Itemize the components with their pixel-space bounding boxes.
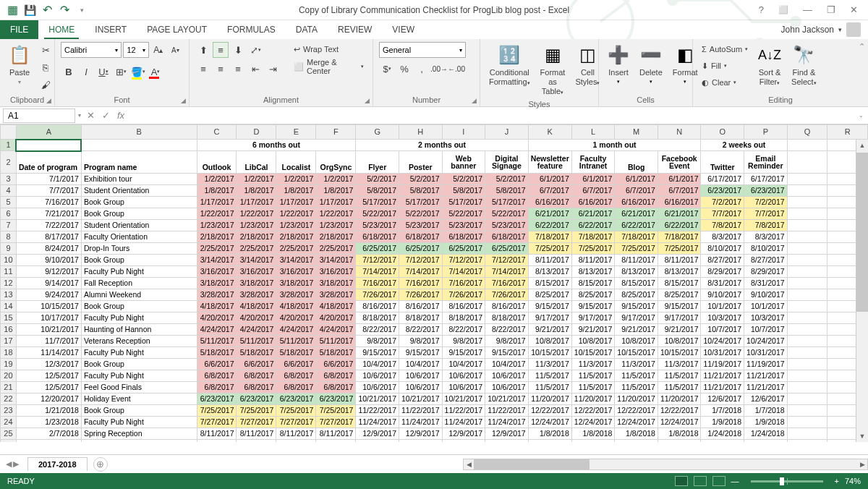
row-header-3[interactable]: 3	[1, 174, 17, 185]
scroll-up-button[interactable]: ▲	[856, 140, 868, 151]
tab-formulas[interactable]: FORMULAS	[217, 20, 286, 39]
clear-button[interactable]: ◐Clear▾	[699, 75, 751, 90]
row-header-11[interactable]: 11	[1, 266, 17, 278]
font-name-combo[interactable]: Calibri▾	[61, 42, 122, 58]
percent-button[interactable]: %	[396, 61, 412, 77]
tab-page-layout[interactable]: PAGE LAYOUT	[137, 20, 217, 39]
insert-cells-button[interactable]: ➕Insert▾	[605, 42, 632, 86]
col-header-H[interactable]: H	[399, 125, 443, 140]
align-right-button[interactable]: ≡	[230, 61, 246, 77]
tab-home[interactable]: HOME	[38, 20, 85, 39]
add-sheet-button[interactable]: ⊕	[93, 457, 108, 472]
row-header-21[interactable]: 21	[1, 382, 17, 394]
horizontal-scrollbar[interactable]: ◀ ▶	[463, 459, 868, 470]
sheet-tab[interactable]: 2017-2018	[27, 457, 88, 471]
align-middle-button[interactable]: ≡	[213, 42, 229, 58]
decrease-decimal-button[interactable]: ←.00	[448, 61, 464, 77]
hscroll-thumb[interactable]	[474, 459, 590, 469]
row-header-26[interactable]: 26	[1, 440, 17, 443]
save-button[interactable]: 💾	[22, 2, 38, 18]
name-box[interactable]: A1	[3, 109, 75, 123]
help-button[interactable]: ?	[754, 4, 768, 15]
enter-formula-button[interactable]: ✓	[102, 110, 110, 121]
comma-button[interactable]: ,	[414, 61, 430, 77]
page-layout-view-button[interactable]	[694, 476, 707, 486]
row-header-22[interactable]: 22	[1, 394, 17, 405]
scroll-down-button[interactable]: ▼	[856, 430, 868, 442]
col-header-R[interactable]: R	[827, 125, 868, 140]
row-header-13[interactable]: 13	[1, 289, 17, 301]
expand-formula-bar[interactable]: ⌄	[859, 112, 868, 119]
fx-button[interactable]: fx	[117, 110, 124, 121]
increase-indent-button[interactable]: ⇥	[265, 61, 281, 77]
zoom-out-button[interactable]: —	[731, 477, 739, 485]
col-header-P[interactable]: P	[744, 125, 788, 140]
delete-cells-button[interactable]: ➖Delete▾	[637, 42, 665, 86]
col-header-D[interactable]: D	[237, 125, 276, 140]
sheet-nav-next[interactable]: ▶	[13, 459, 19, 469]
decrease-font-button[interactable]: A▾	[167, 42, 183, 58]
increase-font-button[interactable]: A▴	[150, 42, 166, 58]
tab-file[interactable]: FILE	[0, 20, 38, 39]
row-header-23[interactable]: 23	[1, 405, 17, 417]
tab-insert[interactable]: INSERT	[85, 20, 137, 39]
undo-button[interactable]: ↶	[39, 2, 55, 18]
sheet-nav-prev[interactable]: ◀	[6, 459, 12, 469]
fill-color-button[interactable]: 🪣▾	[130, 64, 146, 80]
zoom-slider[interactable]	[751, 480, 823, 482]
col-header-E[interactable]: E	[276, 125, 316, 140]
row-header-18[interactable]: 18	[1, 347, 17, 359]
row-header-5[interactable]: 5	[1, 197, 17, 208]
number-format-combo[interactable]: General▾	[379, 42, 466, 58]
redo-button[interactable]: ↷	[56, 2, 72, 18]
row-header-12[interactable]: 12	[1, 278, 17, 289]
col-header-B[interactable]: B	[81, 125, 197, 140]
col-header-J[interactable]: J	[485, 125, 529, 140]
row-header-10[interactable]: 10	[1, 255, 17, 266]
tab-review[interactable]: REVIEW	[328, 20, 382, 39]
row-header-2[interactable]: 2	[1, 151, 17, 174]
tab-data[interactable]: DATA	[286, 20, 328, 39]
bold-button[interactable]: B	[61, 64, 77, 80]
align-center-button[interactable]: ≡	[213, 61, 229, 77]
tab-view[interactable]: VIEW	[382, 20, 425, 39]
col-header-F[interactable]: F	[316, 125, 356, 140]
decrease-indent-button[interactable]: ⇤	[247, 61, 263, 77]
close-button[interactable]: ✕	[846, 4, 862, 15]
underline-button[interactable]: U▾	[95, 64, 111, 80]
col-header-M[interactable]: M	[615, 125, 658, 140]
font-launcher[interactable]: ◢	[181, 97, 186, 104]
row-header-9[interactable]: 9	[1, 243, 17, 255]
increase-decimal-button[interactable]: .00→	[431, 61, 447, 77]
scroll-left-button[interactable]: ◀	[464, 459, 474, 469]
find-select-button[interactable]: 🔭Find &Select▾	[788, 42, 820, 88]
orientation-button[interactable]: ⤢▾	[247, 42, 263, 58]
vertical-scrollbar[interactable]: ▲ ▼	[856, 140, 868, 442]
select-all-cell[interactable]	[1, 125, 17, 140]
autosum-button[interactable]: ΣAutoSum▾	[699, 42, 751, 56]
row-header-17[interactable]: 17	[1, 336, 17, 347]
accounting-button[interactable]: $▾	[379, 61, 395, 77]
font-size-combo[interactable]: 12▾	[123, 42, 148, 58]
normal-view-button[interactable]	[675, 476, 688, 486]
col-header-A[interactable]: A	[16, 125, 81, 140]
copy-button[interactable]: ⎘	[38, 59, 54, 75]
col-header-Q[interactable]: Q	[787, 125, 827, 140]
row-header-16[interactable]: 16	[1, 324, 17, 336]
row-header-15[interactable]: 15	[1, 312, 17, 324]
col-header-K[interactable]: K	[528, 125, 571, 140]
cell-A1[interactable]	[16, 140, 81, 151]
row-header-4[interactable]: 4	[1, 185, 17, 197]
collapse-ribbon-button[interactable]: ⌃	[859, 42, 865, 51]
scroll-right-button[interactable]: ▶	[857, 459, 867, 469]
merge-center-button[interactable]: ⬜Merge & Center▾	[291, 59, 367, 74]
restore-button[interactable]: ❐	[822, 4, 840, 15]
row-header-24[interactable]: 24	[1, 417, 17, 428]
align-left-button[interactable]: ≡	[195, 61, 211, 77]
row-header-1[interactable]: 1	[1, 140, 17, 151]
format-painter-button[interactable]: 🖌	[38, 77, 54, 93]
user-area[interactable]: John Jackson ▾	[781, 20, 868, 39]
zoom-level[interactable]: 74%	[845, 477, 861, 485]
row-header-20[interactable]: 20	[1, 370, 17, 382]
cancel-formula-button[interactable]: ✕	[87, 110, 95, 121]
